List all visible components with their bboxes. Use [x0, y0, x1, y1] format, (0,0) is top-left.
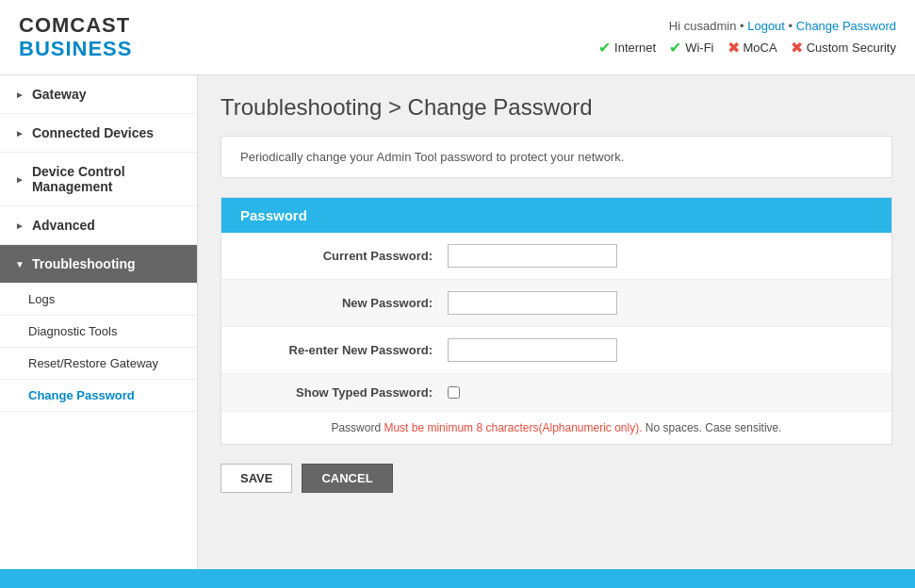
sidebar-item-connected-devices[interactable]: ► Connected Devices — [0, 114, 197, 153]
sidebar-item-label: Gateway — [32, 87, 87, 102]
sidebar-item-gateway[interactable]: ► Gateway — [0, 75, 197, 114]
moca-status: ✖ MoCA — [727, 39, 777, 57]
change-password-link[interactable]: Change Password — [796, 19, 896, 33]
cancel-button[interactable]: CANCEL — [302, 464, 392, 493]
internet-ok-icon: ✔ — [598, 39, 611, 57]
new-password-label: New Password: — [240, 296, 448, 310]
status-bar: ✔ Internet ✔ Wi-Fi ✖ MoCA ✖ Custom Secur… — [598, 39, 896, 57]
custom-security-status: ✖ Custom Security — [791, 39, 896, 57]
re-enter-password-row: Re-enter New Password: — [221, 327, 891, 374]
sidebar-item-label: Device Control Management — [32, 164, 182, 194]
sidebar-item-device-control[interactable]: ► Device Control Management — [0, 153, 197, 206]
sidebar-item-troubleshooting[interactable]: ▼ Troubleshooting — [0, 245, 197, 284]
show-typed-label: Show Typed Password: — [240, 385, 448, 400]
new-password-input[interactable] — [448, 291, 617, 315]
re-enter-password-input[interactable] — [448, 338, 617, 362]
current-password-input[interactable] — [448, 244, 617, 268]
custom-security-err-icon: ✖ — [791, 39, 803, 57]
arrow-icon: ▼ — [15, 259, 25, 270]
info-text: Periodically change your Admin Tool pass… — [240, 150, 624, 164]
header-right: Hi cusadmin • Logout • Change Password ✔… — [598, 19, 896, 57]
dot-separator: • — [740, 19, 744, 33]
hint-suffix: No spaces. Case sensitive. — [643, 421, 782, 434]
header: COMCAST BUSINESS Hi cusadmin • Logout • … — [0, 0, 915, 75]
new-password-row: New Password: — [221, 280, 891, 327]
arrow-icon: ► — [15, 220, 25, 231]
sub-nav-change-password[interactable]: Change Password — [0, 380, 197, 412]
sidebar-item-label: Advanced — [32, 218, 95, 233]
current-password-label: Current Password: — [240, 249, 448, 263]
internet-status: ✔ Internet — [598, 39, 656, 57]
current-password-row: Current Password: — [221, 233, 891, 280]
sub-nav-reset-gateway[interactable]: Reset/Restore Gateway — [0, 348, 197, 380]
page-title: Troubleshooting > Change Password — [221, 94, 892, 121]
logo-comcast: COMCAST — [19, 14, 132, 37]
logout-link[interactable]: Logout — [747, 19, 785, 33]
save-button[interactable]: SAVE — [221, 464, 292, 493]
sidebar-item-advanced[interactable]: ► Advanced — [0, 206, 197, 245]
sidebar: ► Gateway ► Connected Devices ► Device C… — [0, 75, 198, 569]
show-typed-row: Show Typed Password: — [221, 374, 891, 412]
moca-label: MoCA — [743, 41, 777, 55]
sidebar-item-label: Troubleshooting — [32, 256, 136, 271]
moca-err-icon: ✖ — [727, 39, 740, 57]
password-hint: Password Must be minimum 8 characters(Al… — [221, 412, 891, 444]
hint-prefix: Password — [331, 421, 384, 434]
arrow-icon: ► — [15, 128, 25, 139]
main-content: Troubleshooting > Change Password Period… — [198, 75, 915, 569]
show-typed-checkbox[interactable] — [448, 386, 460, 399]
info-box: Periodically change your Admin Tool pass… — [221, 136, 892, 178]
logo-business: BUSINESS — [19, 38, 132, 60]
sub-nav-logs[interactable]: Logs — [0, 284, 197, 316]
password-card: Password Current Password: New Password:… — [221, 197, 892, 445]
layout: ► Gateway ► Connected Devices ► Device C… — [0, 75, 915, 569]
sub-nav-diagnostic-tools[interactable]: Diagnostic Tools — [0, 316, 197, 348]
button-row: SAVE CANCEL — [221, 464, 892, 493]
user-greeting: Hi cusadmin — [669, 19, 737, 33]
custom-security-label: Custom Security — [807, 41, 896, 55]
logo: COMCAST BUSINESS — [19, 14, 132, 59]
user-info: Hi cusadmin • Logout • Change Password — [598, 19, 896, 33]
hint-must: Must be minimum 8 characters(Alphanumeri… — [384, 421, 642, 434]
wifi-status: ✔ Wi-Fi — [669, 39, 713, 57]
arrow-icon: ► — [15, 174, 25, 185]
arrow-icon: ► — [15, 90, 25, 100]
wifi-label: Wi-Fi — [685, 41, 713, 55]
re-enter-password-label: Re-enter New Password: — [240, 343, 448, 357]
sidebar-item-label: Connected Devices — [32, 125, 154, 140]
password-card-header: Password — [221, 198, 891, 233]
wifi-ok-icon: ✔ — [669, 39, 681, 57]
internet-label: Internet — [614, 41, 656, 55]
